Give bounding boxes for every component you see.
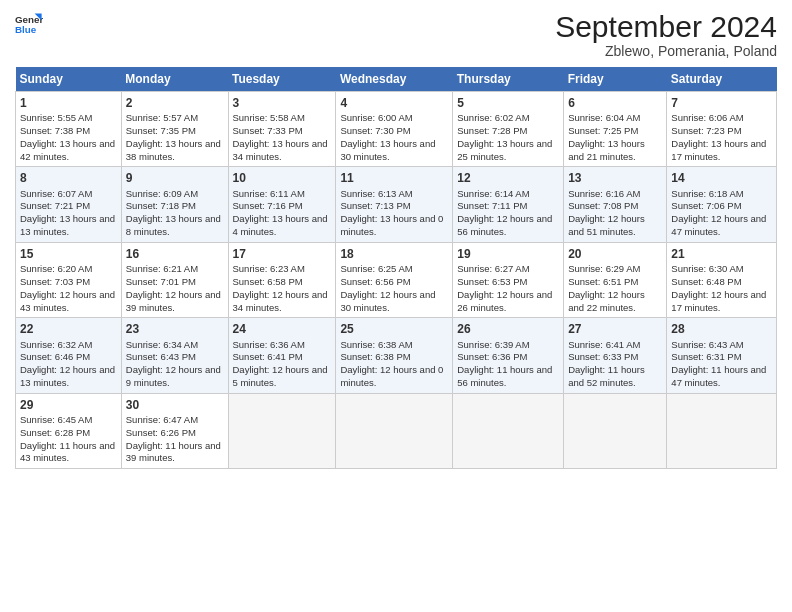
calendar-day-empty: [453, 393, 564, 468]
calendar-day-29: 29Sunrise: 6:45 AMSunset: 6:28 PMDayligh…: [16, 393, 122, 468]
calendar-day-21: 21Sunrise: 6:30 AMSunset: 6:48 PMDayligh…: [667, 242, 777, 317]
calendar-day-6: 6Sunrise: 6:04 AMSunset: 7:25 PMDaylight…: [564, 92, 667, 167]
location: Zblewo, Pomerania, Poland: [555, 43, 777, 59]
calendar-day-15: 15Sunrise: 6:20 AMSunset: 7:03 PMDayligh…: [16, 242, 122, 317]
calendar-week-3: 22Sunrise: 6:32 AMSunset: 6:46 PMDayligh…: [16, 318, 777, 393]
logo: General Blue: [15, 10, 43, 38]
calendar-week-2: 15Sunrise: 6:20 AMSunset: 7:03 PMDayligh…: [16, 242, 777, 317]
col-thursday: Thursday: [453, 67, 564, 92]
calendar-day-empty: [667, 393, 777, 468]
calendar-table: Sunday Monday Tuesday Wednesday Thursday…: [15, 67, 777, 469]
calendar-week-1: 8Sunrise: 6:07 AMSunset: 7:21 PMDaylight…: [16, 167, 777, 242]
calendar-day-8: 8Sunrise: 6:07 AMSunset: 7:21 PMDaylight…: [16, 167, 122, 242]
calendar-day-28: 28Sunrise: 6:43 AMSunset: 6:31 PMDayligh…: [667, 318, 777, 393]
col-sunday: Sunday: [16, 67, 122, 92]
calendar-day-1: 1Sunrise: 5:55 AMSunset: 7:38 PMDaylight…: [16, 92, 122, 167]
calendar-day-19: 19Sunrise: 6:27 AMSunset: 6:53 PMDayligh…: [453, 242, 564, 317]
col-friday: Friday: [564, 67, 667, 92]
calendar-day-26: 26Sunrise: 6:39 AMSunset: 6:36 PMDayligh…: [453, 318, 564, 393]
logo-icon: General Blue: [15, 10, 43, 38]
calendar-day-22: 22Sunrise: 6:32 AMSunset: 6:46 PMDayligh…: [16, 318, 122, 393]
calendar-week-0: 1Sunrise: 5:55 AMSunset: 7:38 PMDaylight…: [16, 92, 777, 167]
calendar-day-empty: [228, 393, 336, 468]
calendar-day-17: 17Sunrise: 6:23 AMSunset: 6:58 PMDayligh…: [228, 242, 336, 317]
calendar-day-3: 3Sunrise: 5:58 AMSunset: 7:33 PMDaylight…: [228, 92, 336, 167]
col-wednesday: Wednesday: [336, 67, 453, 92]
col-tuesday: Tuesday: [228, 67, 336, 92]
calendar-day-7: 7Sunrise: 6:06 AMSunset: 7:23 PMDaylight…: [667, 92, 777, 167]
calendar-day-12: 12Sunrise: 6:14 AMSunset: 7:11 PMDayligh…: [453, 167, 564, 242]
header: General Blue September 2024 Zblewo, Pome…: [15, 10, 777, 59]
calendar-day-9: 9Sunrise: 6:09 AMSunset: 7:18 PMDaylight…: [121, 167, 228, 242]
calendar-day-10: 10Sunrise: 6:11 AMSunset: 7:16 PMDayligh…: [228, 167, 336, 242]
calendar-day-11: 11Sunrise: 6:13 AMSunset: 7:13 PMDayligh…: [336, 167, 453, 242]
month-title: September 2024: [555, 10, 777, 43]
calendar-day-empty: [336, 393, 453, 468]
calendar-day-18: 18Sunrise: 6:25 AMSunset: 6:56 PMDayligh…: [336, 242, 453, 317]
col-saturday: Saturday: [667, 67, 777, 92]
svg-text:Blue: Blue: [15, 24, 37, 35]
calendar-day-empty: [564, 393, 667, 468]
calendar-day-14: 14Sunrise: 6:18 AMSunset: 7:06 PMDayligh…: [667, 167, 777, 242]
calendar-day-13: 13Sunrise: 6:16 AMSunset: 7:08 PMDayligh…: [564, 167, 667, 242]
calendar-day-25: 25Sunrise: 6:38 AMSunset: 6:38 PMDayligh…: [336, 318, 453, 393]
calendar-day-27: 27Sunrise: 6:41 AMSunset: 6:33 PMDayligh…: [564, 318, 667, 393]
calendar-day-23: 23Sunrise: 6:34 AMSunset: 6:43 PMDayligh…: [121, 318, 228, 393]
col-monday: Monday: [121, 67, 228, 92]
calendar-day-24: 24Sunrise: 6:36 AMSunset: 6:41 PMDayligh…: [228, 318, 336, 393]
header-row: Sunday Monday Tuesday Wednesday Thursday…: [16, 67, 777, 92]
page-container: General Blue September 2024 Zblewo, Pome…: [0, 0, 792, 479]
calendar-day-2: 2Sunrise: 5:57 AMSunset: 7:35 PMDaylight…: [121, 92, 228, 167]
calendar-day-4: 4Sunrise: 6:00 AMSunset: 7:30 PMDaylight…: [336, 92, 453, 167]
calendar-day-5: 5Sunrise: 6:02 AMSunset: 7:28 PMDaylight…: [453, 92, 564, 167]
calendar-day-16: 16Sunrise: 6:21 AMSunset: 7:01 PMDayligh…: [121, 242, 228, 317]
calendar-week-4: 29Sunrise: 6:45 AMSunset: 6:28 PMDayligh…: [16, 393, 777, 468]
title-block: September 2024 Zblewo, Pomerania, Poland: [555, 10, 777, 59]
calendar-day-20: 20Sunrise: 6:29 AMSunset: 6:51 PMDayligh…: [564, 242, 667, 317]
calendar-day-30: 30Sunrise: 6:47 AMSunset: 6:26 PMDayligh…: [121, 393, 228, 468]
